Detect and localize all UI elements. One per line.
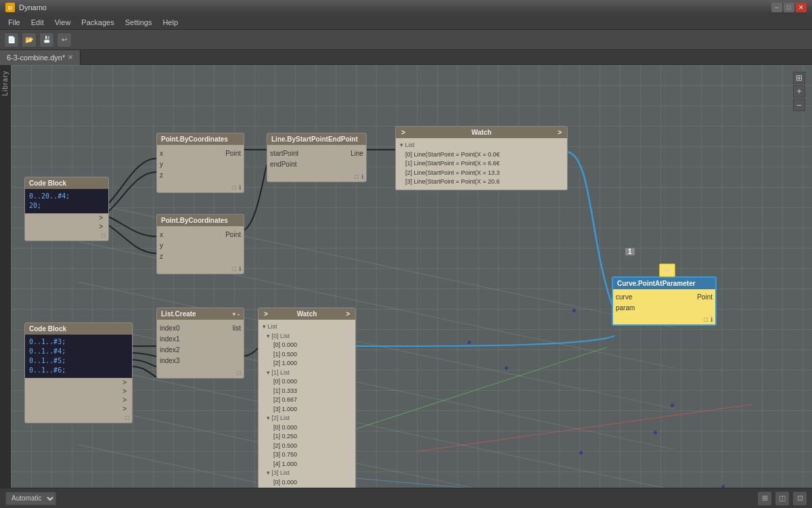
cb2-out-1: > [25, 378, 132, 387]
code-block-1-content: 0..20..#4;20; [25, 189, 108, 213]
menu-packages[interactable]: Packages [76, 17, 119, 28]
status-icon-3[interactable]: ⊡ [793, 492, 807, 505]
sidebar: Library [0, 65, 11, 488]
menu-settings[interactable]: Settings [120, 17, 158, 28]
zoom-controls: ⊞ + – [793, 72, 805, 111]
menubar: File Edit View Packages Settings Help [0, 15, 812, 30]
sidebar-library-label: Library [1, 70, 9, 96]
code-block-1-footer-icon: □ [102, 232, 106, 239]
line-by-start-end-body: startPoint Line endPoint [267, 145, 366, 172]
canvas-dot-2 [468, 341, 471, 344]
tab-label: 6-3-combine.dyn* [7, 54, 65, 62]
cb2-out-4: > [25, 404, 132, 413]
curve-point-at-param-body: curve Point param [613, 289, 715, 315]
app-title: Dynamo [19, 3, 771, 12]
titlebar: D Dynamo – □ ✕ [0, 0, 812, 15]
zoom-out-button[interactable]: – [793, 99, 805, 111]
menu-help[interactable]: Help [157, 17, 183, 28]
toolbar-new[interactable]: 📄 [4, 33, 19, 47]
canvas-dot-5 [579, 451, 583, 454]
status-icon-1[interactable]: ⊞ [758, 492, 771, 505]
code-block-1-out-1: > [25, 213, 108, 222]
menu-view[interactable]: View [49, 17, 76, 28]
code-block-2-content: 0..1..#3;0..1..#4;0..1..#5;0..1..#6; [25, 335, 132, 378]
watch-bottom-node[interactable]: > Watch > ▾ List ▾ [0] List [0] 0.000 [1… [258, 308, 356, 488]
statusbar: Automatic Manual ⊞ ◫ ⊡ [0, 488, 812, 508]
tab-close-button[interactable]: ✕ [68, 54, 73, 61]
code-block-1-title: Code Block [25, 177, 108, 189]
badge-1: 1 [625, 248, 635, 255]
curve-point-at-param-node[interactable]: Curve.PointAtParameter curve Point param… [612, 276, 717, 326]
zoom-fit-button[interactable]: ⊞ [793, 72, 805, 84]
point-by-coords-2-node[interactable]: Point.ByCoordinates x Point y z □ ℹ [156, 214, 244, 274]
app-icon: D [5, 3, 15, 12]
point-by-coords-1-body: x Point y z [157, 145, 244, 183]
cb2-out-3: > [25, 396, 132, 404]
status-icon-2[interactable]: ◫ [775, 492, 789, 505]
menu-file[interactable]: File [3, 17, 26, 28]
close-button[interactable]: ✕ [796, 3, 807, 12]
toolbar: 📄 📂 💾 ↩ [0, 30, 812, 50]
toolbar-open[interactable]: 📂 [22, 33, 37, 47]
toolbar-save[interactable]: 💾 [39, 33, 54, 47]
point-by-coords-2-body: x Point y z [157, 226, 244, 264]
window-controls: – □ ✕ [771, 3, 807, 12]
watch-top-body: ▾ List [0] Line(StartPoint = Point(X = 0… [396, 138, 567, 190]
point-by-coords-1-node[interactable]: Point.ByCoordinates x Point y z □ ℹ [156, 133, 244, 193]
status-icons: ⊞ ◫ ⊡ [758, 492, 807, 505]
pbc2-footer: □ [233, 266, 236, 272]
point-by-coords-1-title: Point.ByCoordinates [157, 133, 244, 145]
line-by-start-end-title: Line.ByStartPointEndPoint [267, 133, 366, 145]
lbse-footer: □ [355, 173, 359, 180]
watch-top-title: > Watch > [396, 127, 567, 138]
toolbar-undo[interactable]: ↩ [57, 33, 72, 47]
watch-bottom-title: > Watch > [258, 308, 355, 320]
menu-edit[interactable]: Edit [26, 17, 49, 28]
canvas-dot-3 [505, 366, 508, 370]
code-block-node-2[interactable]: Code Block 0..1..#3;0..1..#4;0..1..#5;0.… [24, 322, 133, 423]
list-create-title: List.Create + - [157, 308, 244, 320]
line-by-start-end-node[interactable]: Line.ByStartPointEndPoint startPoint Lin… [267, 133, 367, 182]
list-create-node[interactable]: List.Create + - index0 list index1 index… [156, 308, 244, 379]
cb2-footer: □ [126, 415, 129, 421]
maximize-button[interactable]: □ [784, 3, 794, 12]
lc-footer: □ [238, 370, 241, 377]
run-mode-select[interactable]: Automatic Manual [5, 492, 56, 505]
code-block-1-out-2: > [25, 222, 108, 231]
pbc1-footer: □ [233, 184, 236, 191]
tabbar: 6-3-combine.dyn* ✕ [0, 50, 812, 65]
list-create-body: index0 list index1 index2 index3 [157, 320, 244, 368]
curve-point-at-param-title: Curve.PointAtParameter [613, 278, 715, 289]
point-by-coords-2-title: Point.ByCoordinates [157, 215, 244, 226]
watch-top-node[interactable]: > Watch > ▾ List [0] Line(StartPoint = P… [395, 126, 568, 190]
tab-main[interactable]: 6-3-combine.dyn* ✕ [0, 50, 81, 65]
cb2-out-2: > [25, 387, 132, 396]
code-block-node-1[interactable]: Code Block 0..20..#4;20; > > □ [24, 177, 109, 241]
minimize-button[interactable]: – [771, 3, 782, 12]
note-icon[interactable]: ≡ [659, 263, 675, 277]
watch-bottom-body: ▾ List ▾ [0] List [0] 0.000 [1] 0.500 [2… [258, 320, 355, 488]
canvas-dot-6 [654, 431, 657, 434]
canvas-dot-1 [572, 309, 576, 312]
cpap-footer: □ [704, 316, 708, 323]
canvas-dot-4 [671, 404, 674, 407]
zoom-in-button[interactable]: + [793, 85, 805, 98]
code-block-2-title: Code Block [25, 323, 132, 335]
canvas[interactable]: Code Block 0..20..#4;20; > > □ Point.ByC… [11, 65, 812, 488]
